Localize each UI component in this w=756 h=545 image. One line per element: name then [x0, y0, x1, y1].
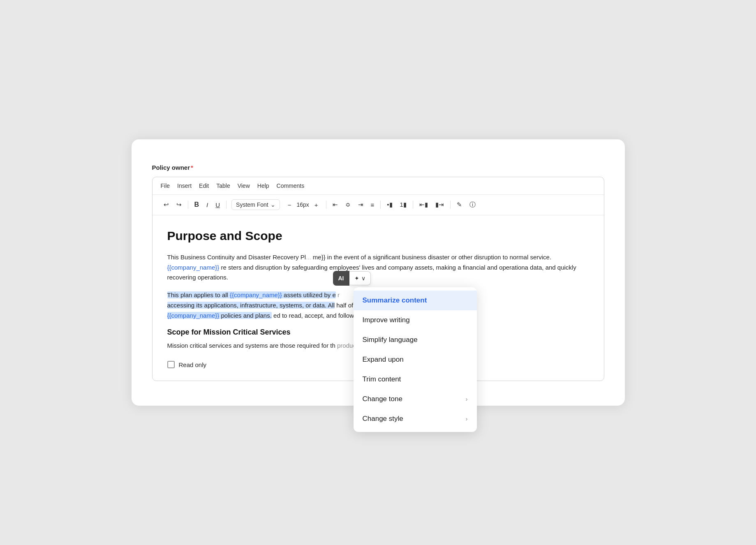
ai-menu-expand-label: Expand upon — [363, 356, 404, 364]
ai-menu-change-style-label: Change style — [363, 415, 403, 423]
para2-right2: ed to read, accept, and follow all — [272, 312, 362, 319]
indent-increase-button[interactable]: ▮⇥ — [432, 199, 447, 210]
ai-menu-trim-label: Trim content — [363, 375, 401, 383]
align-center-button[interactable]: ≎ — [342, 199, 354, 210]
menu-table[interactable]: Table — [216, 182, 230, 189]
ai-menu-change-tone[interactable]: Change tone › — [354, 389, 477, 409]
help-button[interactable]: ⓘ — [467, 199, 479, 211]
menu-comments[interactable]: Comments — [277, 182, 305, 189]
para2-var3: {{company_name}} — [167, 312, 220, 319]
toolbar: ↩ ↪ B I U System Font ⌄ − 16px + ⇤ ≎ ⇥ ≡… — [153, 195, 604, 215]
ai-menu-expand[interactable]: Expand upon — [354, 350, 477, 369]
ai-menu-simplify-label: Simplify language — [363, 336, 418, 344]
ordered-list-button[interactable]: 1▮ — [397, 199, 409, 210]
indent-decrease-button[interactable]: ⇤▮ — [416, 199, 431, 210]
para2-var1: {{company_name}} — [230, 291, 282, 298]
ai-menu-improve[interactable]: Improve writing — [354, 310, 477, 330]
magic-icon: ✦ — [354, 275, 359, 282]
subpara-text: Mission critical services and systems ar… — [167, 342, 335, 349]
read-only-label: Read only — [179, 361, 207, 368]
chevron-down-icon: ⌄ — [270, 201, 275, 208]
font-size-increase[interactable]: + — [312, 199, 321, 210]
para1-ellipsis: ... — [306, 254, 311, 261]
para1-text-cont: re — [219, 264, 227, 271]
change-tone-chevron-icon: › — [466, 395, 468, 402]
ai-magic-button[interactable]: ✦ ∨ — [349, 271, 371, 285]
para1-var1: {{company_name}} — [167, 264, 220, 271]
toolbar-divider-5 — [413, 201, 413, 209]
toolbar-divider-1 — [188, 201, 188, 209]
toolbar-divider-2 — [226, 201, 227, 209]
menu-view[interactable]: View — [238, 182, 250, 189]
font-size-decrease[interactable]: − — [285, 199, 294, 210]
redo-button[interactable]: ↪ — [173, 199, 185, 210]
font-size-value: 16px — [296, 201, 309, 208]
change-style-chevron-icon: › — [466, 415, 468, 422]
read-only-checkbox[interactable] — [167, 361, 175, 368]
menu-bar: File Insert Edit Table View Help Comment… — [153, 177, 604, 195]
italic-button[interactable]: I — [203, 199, 211, 210]
toolbar-divider-3 — [326, 201, 326, 209]
ai-menu-trim[interactable]: Trim content — [354, 369, 477, 389]
document-title: Purpose and Scope — [167, 229, 589, 243]
font-size-area: − 16px + — [285, 199, 321, 210]
menu-edit[interactable]: Edit — [199, 182, 209, 189]
toolbar-divider-4 — [380, 201, 381, 209]
align-left-button[interactable]: ⇤ — [330, 199, 341, 210]
ai-menu-summarize[interactable]: Summarize content — [354, 291, 477, 310]
policy-label: Policy owner* — [152, 164, 604, 171]
paragraph-1: This Business Continuity and Disaster Re… — [167, 252, 589, 283]
ai-menu-change-tone-label: Change tone — [363, 395, 402, 403]
underline-button[interactable]: U — [213, 199, 223, 210]
para1-text-end: sters and disruption by safeguarding emp… — [228, 264, 528, 271]
bullet-list-button[interactable]: •▮ — [384, 199, 395, 210]
bold-button[interactable]: B — [192, 199, 202, 210]
ai-menu-simplify[interactable]: Simplify language — [354, 330, 477, 350]
ai-menu-summarize-label: Summarize content — [363, 296, 427, 305]
font-family-selector[interactable]: System Font ⌄ — [231, 199, 280, 210]
menu-help[interactable]: Help — [257, 182, 269, 189]
menu-file[interactable]: File — [161, 182, 170, 189]
align-right-button[interactable]: ⇥ — [355, 199, 366, 210]
selected-text-start: This plan applies to all {{company_name}… — [167, 291, 336, 298]
ai-dropdown-menu: Summarize content Improve writing Simpli… — [354, 287, 477, 432]
selected-text-mid: accessing its applications, infrastructu… — [167, 302, 335, 309]
paint-format-button[interactable]: ✎ — [454, 199, 465, 210]
para2-overflow-right: r — [336, 291, 340, 298]
main-card: Policy owner* File Insert Edit Table Vie… — [132, 139, 625, 406]
menu-insert[interactable]: Insert — [177, 182, 192, 189]
para1-text-start: This Business Continuity and Disaster Re… — [167, 254, 306, 261]
chevron-down-icon: ∨ — [361, 275, 365, 282]
ai-menu-change-style[interactable]: Change style › — [354, 409, 477, 429]
undo-button[interactable]: ↩ — [161, 199, 172, 210]
ai-menu-improve-label: Improve writing — [363, 316, 410, 324]
para1-text-mid: me}} in the event of a significant busin… — [313, 254, 551, 261]
toolbar-divider-6 — [450, 201, 451, 209]
selected-text-end: {{company_name}} policies and plans. — [167, 312, 272, 319]
ai-toolbar: AI ✦ ∨ — [333, 271, 371, 286]
align-justify-button[interactable]: ≡ — [368, 199, 377, 210]
ai-button[interactable]: AI — [333, 271, 349, 286]
